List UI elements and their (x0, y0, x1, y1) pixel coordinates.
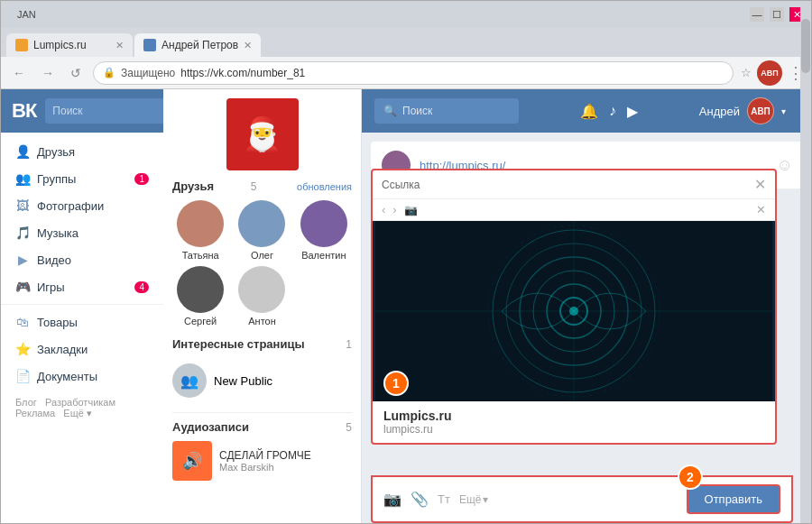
right-area: 🔍 Поиск 🔔 ♪ ▶ Андрей АВП ▾ (362, 89, 812, 523)
tab-label-lumpics: Lumpics.ru (33, 39, 87, 51)
sidebar-item-video[interactable]: ▶ Видео (1, 246, 163, 273)
video-icon: ▶ (15, 253, 30, 267)
friend-sergey[interactable]: Сергей (172, 266, 228, 326)
user-name: Андрей (699, 105, 740, 118)
browser-user-avatar[interactable]: АВП (757, 60, 782, 86)
more-arrow-icon: ▾ (483, 493, 488, 506)
friend-name-oleg: Олег (251, 250, 273, 261)
search-placeholder: Поиск (402, 105, 432, 117)
browser-window: JAN — ☐ ✕ Lumpics.ru ✕ Андрей Петров ✕ ←… (0, 0, 812, 524)
groups-label: Группы (37, 172, 76, 186)
music-icon: 🎵 (15, 225, 30, 240)
forward-button[interactable]: → (37, 64, 59, 82)
step-badge-1: 1 (383, 371, 409, 396)
attach-clip-icon[interactable]: 📎 (411, 491, 429, 508)
games-badge: 4 (134, 281, 149, 293)
top-icons: 🔔 ♪ ▶ (580, 103, 638, 120)
video-label: Видео (37, 253, 71, 267)
more-label: Ещё (459, 493, 482, 506)
audio-artist-0: Max Barskih (219, 462, 311, 473)
nav-prev-icon[interactable]: ‹ (382, 203, 385, 216)
group-name-newpublic: New Public (214, 374, 272, 388)
friend-anton[interactable]: Антон (234, 266, 290, 326)
profile-dropdown-icon[interactable]: ▾ (781, 106, 786, 116)
scrollbar[interactable] (800, 89, 811, 523)
friends-section-header: Друзья 5 обновления (172, 179, 352, 193)
friend-name-valentin: Валентин (301, 250, 346, 261)
tab-close-andrey[interactable]: ✕ (244, 40, 252, 51)
interesting-title: Интересные страницы (172, 337, 305, 351)
audio-section: Аудиозаписи 5 🔊 СДЕЛАЙ ГРОМЧЕ Max Barski… (172, 412, 352, 481)
friends-grid: Татьяна Олег Валентин Сергей (172, 200, 352, 326)
image-close-icon[interactable]: ✕ (756, 203, 766, 216)
camera-icon-nav[interactable]: 📷 (404, 204, 418, 216)
tab-label-andrey: Андрей Петров (161, 39, 238, 51)
updates-label[interactable]: обновления (297, 181, 352, 192)
footer-dev[interactable]: Разработчикам (45, 397, 115, 408)
group-avatar-newpublic: 👥 (172, 363, 207, 398)
tab-andrey[interactable]: Андрей Петров ✕ (134, 33, 261, 57)
sidebar-item-bookmarks[interactable]: ⭐ Закладки (1, 336, 163, 363)
star-icon[interactable]: ☆ (741, 66, 752, 79)
emoji-button[interactable]: ☺ (777, 156, 793, 175)
audio-item-0[interactable]: 🔊 СДЕЛАЙ ГРОМЧЕ Max Barskih (172, 441, 352, 481)
friend-tatyana[interactable]: Татьяна (172, 200, 228, 261)
link-preview-image (373, 221, 775, 401)
sidebar-item-friends[interactable]: 👤 Друзья (1, 138, 163, 165)
sidebar-item-music[interactable]: 🎵 Музыка (1, 219, 163, 246)
refresh-button[interactable]: ↺ (66, 64, 86, 82)
goods-icon: 🛍 (15, 315, 30, 329)
sidebar-item-photos[interactable]: 🖼 Фотографии (1, 192, 163, 219)
nav-next-icon[interactable]: › (392, 203, 396, 216)
friends-title: Друзья (172, 179, 214, 193)
more-actions[interactable]: Ещё ▾ (459, 493, 489, 506)
security-label: Защищено (121, 67, 175, 79)
title-bar-label: JAN (17, 9, 36, 20)
photos-icon: 🖼 (15, 198, 30, 213)
audio-count: 5 (346, 421, 352, 434)
search-icon: 🔍 (383, 105, 397, 117)
link-preview-card: Ссылка ✕ ‹ › 📷 ✕ (371, 169, 777, 445)
audio-thumb-0: 🔊 (172, 441, 212, 481)
bell-icon[interactable]: 🔔 (580, 103, 598, 120)
photos-label: Фотографии (37, 199, 104, 213)
friend-avatar-valentin (300, 200, 347, 247)
lock-icon: 🔒 (103, 67, 115, 78)
tab-lumpics[interactable]: Lumpics.ru ✕ (6, 33, 133, 57)
send-button[interactable]: Отправить (687, 484, 780, 514)
interesting-item-newpublic[interactable]: 👥 New Public (172, 358, 352, 403)
minimize-button[interactable]: — (750, 7, 764, 22)
sidebar-item-games[interactable]: 🎮 Игры 4 (1, 273, 163, 300)
search-bar-top[interactable]: 🔍 Поиск (374, 98, 519, 124)
user-avatar-top[interactable]: АВП (747, 97, 774, 124)
friend-name-tatyana: Татьяна (182, 250, 219, 261)
audio-title: Аудиозаписи (172, 420, 249, 434)
tabs-bar: Lumpics.ru ✕ Андрей Петров ✕ (1, 28, 811, 57)
link-card-nav: ‹ › 📷 ✕ (373, 199, 775, 221)
sidebar-item-groups[interactable]: 👥 Группы 1 (1, 165, 163, 192)
attach-text-icon[interactable]: Тт (438, 492, 450, 506)
sidebar-item-documents[interactable]: 📄 Документы (1, 363, 163, 390)
footer-ads[interactable]: Реклама (15, 408, 55, 418)
maximize-button[interactable]: ☐ (770, 7, 784, 22)
sidebar-item-goods[interactable]: 🛍 Товары (1, 308, 163, 336)
friend-name-anton: Антон (248, 316, 276, 326)
play-icon[interactable]: ▶ (627, 103, 638, 120)
vk-nav: 👤 Друзья 👥 Группы 1 🖼 Фотографии 🎵 Музык… (1, 133, 163, 523)
footer-blog[interactable]: Блог (15, 397, 37, 408)
link-card-header: Ссылка ✕ (373, 170, 775, 199)
footer-more[interactable]: Ещё ▾ (63, 408, 92, 418)
attach-camera-icon[interactable]: 📷 (383, 491, 401, 508)
friend-oleg[interactable]: Олег (234, 200, 290, 261)
tab-close-lumpics[interactable]: ✕ (115, 40, 124, 51)
address-bar: ← → ↺ 🔒 Защищено https://vk.com/number_8… (1, 57, 811, 89)
link-card-header-close[interactable]: ✕ (754, 176, 766, 193)
back-button[interactable]: ← (8, 64, 30, 82)
url-bar[interactable]: 🔒 Защищено https://vk.com/number_81 (93, 61, 734, 85)
note-icon[interactable]: ♪ (609, 103, 616, 120)
step-badge-2: 2 (678, 464, 703, 490)
link-card-info: Lumpics.ru lumpics.ru (373, 401, 775, 443)
friend-valentin[interactable]: Валентин (296, 200, 352, 261)
url-text: https://vk.com/number_81 (180, 67, 724, 79)
main-layout: ВК 👤 Друзья 👥 Группы 1 🖼 Фотографии (1, 89, 812, 523)
